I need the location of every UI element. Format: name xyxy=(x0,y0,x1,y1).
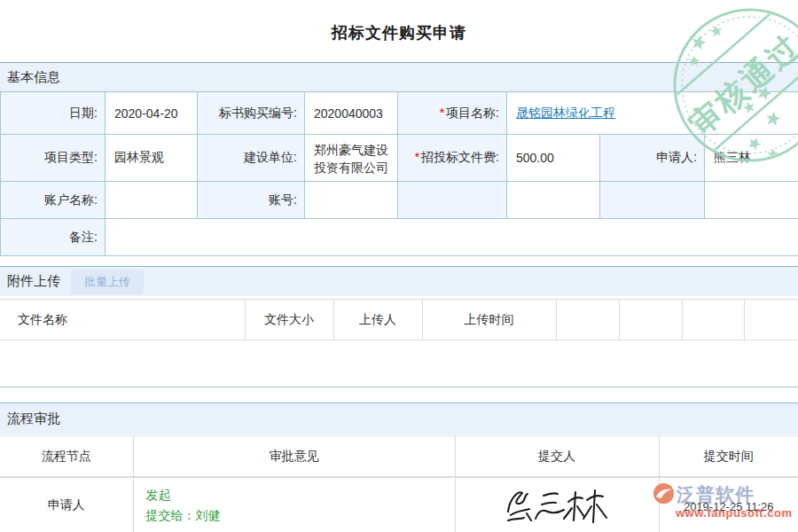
required-mark: * xyxy=(440,106,444,120)
attachments-section-title: 附件上传 xyxy=(7,273,60,290)
opinion-submit-to: 提交给：刘健 xyxy=(146,505,455,526)
submit-time-value: 2019-12-25 11:26 xyxy=(660,497,798,513)
col-upload-time: 上传时间 xyxy=(422,300,556,340)
opinion-action: 发起 xyxy=(146,485,455,505)
project-name-label: *项目名称: xyxy=(398,92,507,135)
signature-image xyxy=(456,484,659,527)
account-no-label: 账号: xyxy=(198,182,305,219)
approval-data-table: 申请人 发起 提交给：刘健 xyxy=(0,477,798,532)
attachments-table: 文件名称 文件大小 上传人 上传时间 xyxy=(0,299,798,340)
basic-info-table: 日期: 2020-04-20 标书购买编号: 2020040003 *项目名称:… xyxy=(0,91,798,256)
fee-value: 500.00 xyxy=(507,135,600,182)
col-uploader: 上传人 xyxy=(333,300,422,340)
builder-value: 郑州豪气建设投资有限公司 xyxy=(305,135,398,182)
project-name-label-text: 项目名称: xyxy=(446,106,499,120)
submitter-signature-cell xyxy=(455,478,659,532)
flow-node-value: 申请人 xyxy=(0,478,133,532)
bid-no-value: 2020040003 xyxy=(305,92,398,135)
applicant-label: 申请人: xyxy=(600,135,705,182)
approval-table: 流程节点 审批意见 提交人 提交时间 xyxy=(0,435,798,477)
col-approval-opinion: 审批意见 xyxy=(133,436,455,477)
fee-label-text: 招投标文件费: xyxy=(421,150,499,164)
project-type-value: 园林景观 xyxy=(106,135,198,182)
table-row: 日期: 2020-04-20 标书购买编号: 2020040003 *项目名称:… xyxy=(1,92,798,135)
empty-header-cell xyxy=(744,300,798,340)
approval-section-title: 流程审批 xyxy=(7,411,60,427)
empty-cell xyxy=(507,182,600,219)
approval-row: 申请人 发起 提交给：刘健 xyxy=(0,478,798,532)
remark-value xyxy=(106,219,798,256)
table-row: 账户名称: 账号: xyxy=(1,182,798,219)
applicant-value: 熊三林 xyxy=(705,135,798,182)
project-name-link[interactable]: 晟铭园林绿化工程 xyxy=(516,106,615,120)
col-flow-node: 流程节点 xyxy=(0,436,133,477)
attachments-header-row: 文件名称 文件大小 上传人 上传时间 xyxy=(0,300,798,340)
account-name-value xyxy=(106,182,198,219)
approval-section-header: 流程审批 xyxy=(0,403,798,434)
attachments-section-header: 附件上传 批量上传 xyxy=(0,266,798,296)
col-submitter: 提交人 xyxy=(455,436,659,477)
builder-label: 建设单位: xyxy=(198,135,305,182)
account-name-label: 账户名称: xyxy=(1,182,106,219)
empty-label-cell xyxy=(600,182,705,219)
required-mark: * xyxy=(415,150,419,164)
batch-upload-button[interactable]: 批量上传 xyxy=(71,270,144,294)
col-submit-time: 提交时间 xyxy=(659,436,798,477)
page: 招标文件购买申请 基本信息 日期: 2020-04-20 标书购买编号: 202… xyxy=(0,0,798,532)
submit-time-cell: 2019-12-25 11:26 xyxy=(659,478,798,532)
approval-opinion-cell: 发起 提交给：刘健 xyxy=(133,478,455,532)
empty-label-cell xyxy=(398,182,507,219)
project-type-label: 项目类型: xyxy=(1,135,106,182)
attachments-empty-area xyxy=(0,340,798,387)
empty-cell xyxy=(705,182,798,219)
table-row: 备注: xyxy=(1,219,798,256)
table-row: 项目类型: 园林景观 建设单位: 郑州豪气建设投资有限公司 *招投标文件费: 5… xyxy=(1,135,798,182)
empty-header-cell xyxy=(556,300,619,340)
date-label: 日期: xyxy=(1,92,106,135)
account-no-value xyxy=(305,182,398,219)
date-value: 2020-04-20 xyxy=(106,92,198,135)
bid-no-label: 标书购买编号: xyxy=(198,92,305,135)
fee-label: *招投标文件费: xyxy=(398,135,507,182)
title-bar: 招标文件购买申请 xyxy=(0,0,798,62)
basic-info-section-header: 基本信息 xyxy=(0,62,798,91)
col-file-size: 文件大小 xyxy=(245,300,333,340)
project-name-cell: 晟铭园林绿化工程 xyxy=(507,92,798,135)
basic-info-section-title: 基本信息 xyxy=(7,69,60,86)
approval-header-row: 流程节点 审批意见 提交人 提交时间 xyxy=(0,436,798,477)
empty-header-cell xyxy=(682,300,744,340)
empty-header-cell xyxy=(619,300,682,340)
page-title: 招标文件购买申请 xyxy=(0,22,798,43)
remark-label: 备注: xyxy=(1,219,106,256)
col-file-name: 文件名称 xyxy=(0,300,245,340)
